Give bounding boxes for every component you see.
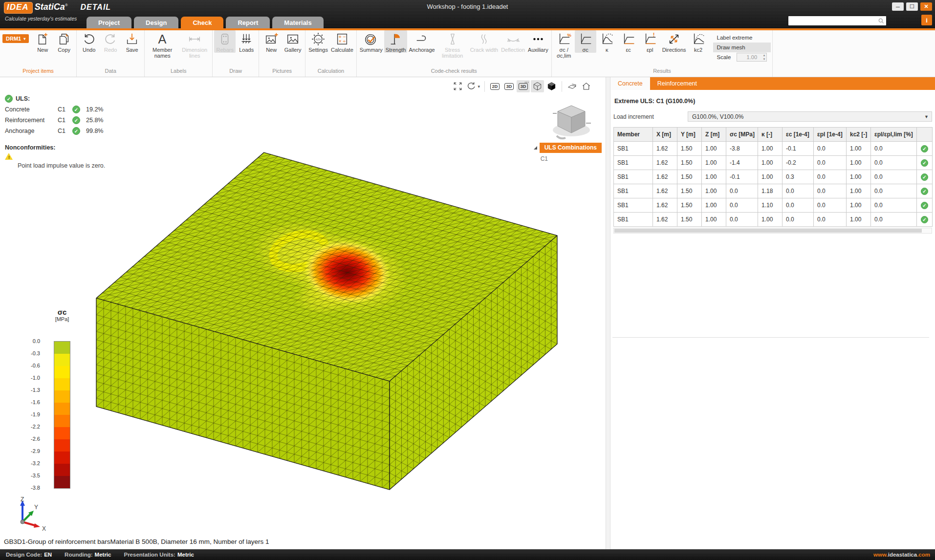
- ribbon-settings[interactable]: Settings: [307, 30, 329, 53]
- uls-check-row-reinforcement[interactable]: ReinforcementC1✓25.8%: [5, 115, 105, 126]
- minimize-button[interactable]: ─: [892, 2, 904, 11]
- label-extreme-toggle[interactable]: Label extreme: [713, 33, 771, 43]
- check-ok-icon: ✓: [921, 202, 928, 209]
- rotate-view-button[interactable]: ▾: [465, 80, 481, 92]
- app-tab-design[interactable]: Design: [134, 17, 178, 28]
- ribbon-undo[interactable]: Undo: [78, 30, 100, 53]
- ribbon-group-pictures: NewGalleryPictures: [259, 30, 305, 77]
- legend-color-band: [54, 403, 70, 415]
- app-tab-report[interactable]: Report: [226, 17, 270, 28]
- ribbon-directions[interactable]: Directions: [661, 30, 688, 53]
- statusbar-design-code-: Design Code:EN: [6, 552, 52, 558]
- table-header[interactable]: κ [-]: [758, 128, 783, 142]
- ribbon-new-project-item[interactable]: New: [32, 30, 53, 53]
- panel-splitter[interactable]: [606, 77, 610, 549]
- panel-tab-concrete[interactable]: Concrete: [610, 77, 650, 90]
- table-header[interactable]: σc [MPa]: [726, 128, 758, 142]
- table-row[interactable]: SB11.621.501.000.01.000.00.01.000.0✓: [614, 213, 933, 227]
- model-viewport[interactable]: ▾2D3D3D ✓ ULS: ConcreteC1✓19.2%Reinforce…: [0, 77, 606, 549]
- ribbon-kappa[interactable]: κ: [596, 30, 618, 53]
- ribbon-sigma-c-ratio[interactable]: σc / σc,lim: [553, 30, 575, 59]
- ribbon-loads[interactable]: Loads: [236, 30, 257, 53]
- table-header[interactable]: kc2 [-]: [847, 128, 871, 142]
- table-header[interactable]: [917, 128, 933, 142]
- cube-solid-icon: [546, 81, 557, 91]
- tree-item-c1[interactable]: C1: [541, 155, 602, 162]
- panel-tab-reinforcement[interactable]: Reinforcement: [650, 77, 704, 90]
- dim-lines-icon: [187, 32, 202, 46]
- table-row[interactable]: SB11.621.501.000.01.180.00.01.000.0✓: [614, 184, 933, 198]
- view-3d-dimensions-button[interactable]: 3D: [517, 80, 530, 92]
- table-header[interactable]: εpl [1e-4]: [814, 128, 847, 142]
- ribbon-new-picture[interactable]: New: [261, 30, 282, 53]
- table-horizontal-scrollbar[interactable]: [613, 228, 932, 234]
- stepper-arrows-icon[interactable]: ▲▼: [762, 53, 765, 61]
- draw-mesh-toggle[interactable]: Draw mesh: [713, 43, 771, 52]
- ribbon-copy-project-item[interactable]: Copy: [53, 30, 75, 53]
- maximize-button[interactable]: ☐: [906, 2, 918, 11]
- check-ok-icon: ✓: [921, 188, 928, 195]
- ribbon-stress-limitation: Stress limitation: [436, 30, 469, 59]
- ribbon-eps-pl[interactable]: εpl: [639, 30, 661, 53]
- table-header[interactable]: Y [m]: [677, 128, 702, 142]
- svg-text:Z: Z: [21, 496, 24, 503]
- table-row[interactable]: SB11.621.501.000.01.100.00.01.000.0✓: [614, 198, 933, 213]
- table-header[interactable]: εc [1e-4]: [783, 128, 814, 142]
- img-icon: [285, 32, 300, 46]
- app-tab-project[interactable]: Project: [87, 17, 131, 28]
- ribbon-anchorage[interactable]: Anchorage: [407, 30, 436, 53]
- legend-tick-label: -3.8: [16, 485, 40, 491]
- chevron-down-icon[interactable]: ▾: [478, 84, 480, 89]
- scale-stepper[interactable]: 1.00▲▼: [737, 53, 767, 62]
- ribbon-summary[interactable]: Summary: [358, 30, 384, 53]
- chevron-down-icon: ▼: [924, 114, 929, 119]
- view-2d-button[interactable]: 2D: [488, 80, 501, 92]
- uls-check-row-concrete[interactable]: ConcreteC1✓19.2%: [5, 104, 105, 115]
- view-solid-cube-button[interactable]: [545, 80, 558, 92]
- load-increment-select[interactable]: G100.0%, V100.0% ▼: [688, 111, 932, 122]
- selection-status-text: GB3D1-Group of reinforcement barsMateria…: [4, 538, 269, 545]
- ribbon-member-names[interactable]: Member names: [146, 30, 178, 59]
- table-row[interactable]: SB11.621.501.00-1.41.00-0.20.01.000.0✓: [614, 156, 933, 170]
- window-controls: ─ ☐ ✕: [892, 2, 932, 11]
- ribbon-group-label: Draw: [214, 66, 257, 77]
- table-header[interactable]: εpl/εpl,lim [%]: [871, 128, 917, 142]
- table-row[interactable]: SB11.621.501.00-0.11.000.30.01.000.0✓: [614, 170, 933, 184]
- clip-view-button[interactable]: [565, 80, 579, 92]
- ribbon-eps-c[interactable]: εc: [618, 30, 639, 53]
- tree-expander-icon[interactable]: [534, 146, 537, 150]
- ribbon-calculate[interactable]: Calculate: [329, 30, 355, 53]
- legend-title: σc: [54, 308, 70, 316]
- uls-check-row-anchorage[interactable]: AnchorageC1✓99.8%: [5, 126, 105, 136]
- tree-item-uls-combinations[interactable]: ULS Combinations: [540, 143, 602, 153]
- fit-view-button[interactable]: [451, 80, 464, 92]
- search-box[interactable]: [788, 16, 886, 25]
- ribbon-strength[interactable]: Strength: [384, 30, 408, 53]
- app-tab-check[interactable]: Check: [181, 17, 223, 28]
- home-view-button[interactable]: [580, 80, 593, 92]
- navigation-cube[interactable]: [546, 102, 597, 143]
- view-wireframe-cube-button[interactable]: [531, 80, 544, 92]
- ribbon-save[interactable]: Save: [121, 30, 143, 53]
- ribbon-project-selector[interactable]: DRM1▾: [2, 34, 29, 43]
- table-row[interactable]: SB11.621.501.00-3.81.00-0.10.01.000.0✓: [614, 142, 933, 156]
- ribbon-gallery[interactable]: Gallery: [282, 30, 304, 53]
- legend-color-band: [54, 452, 70, 464]
- app-tab-materials[interactable]: Materials: [272, 17, 323, 28]
- uls-title: ULS:: [16, 95, 30, 102]
- cube-wire-icon: [532, 81, 543, 91]
- close-button[interactable]: ✕: [920, 2, 932, 11]
- info-button[interactable]: i: [921, 15, 932, 25]
- ribbon-kc2[interactable]: kc2: [688, 30, 709, 53]
- ribbon-group-draw: RebarsLoadsDraw: [213, 30, 259, 77]
- website-link[interactable]: www.ideastatica.com: [873, 552, 930, 558]
- ribbon-sigma-c[interactable]: σc: [575, 30, 596, 53]
- table-header[interactable]: X [m]: [653, 128, 677, 142]
- ribbon-redo: Redo: [100, 30, 121, 53]
- view-3d-button[interactable]: 3D: [502, 80, 516, 92]
- ribbon-auxiliary[interactable]: Auxiliary: [526, 30, 550, 53]
- search-input[interactable]: [788, 17, 878, 24]
- check-ok-icon: ✓: [921, 159, 928, 167]
- table-header[interactable]: Z [m]: [702, 128, 726, 142]
- table-header[interactable]: Member: [614, 128, 653, 142]
